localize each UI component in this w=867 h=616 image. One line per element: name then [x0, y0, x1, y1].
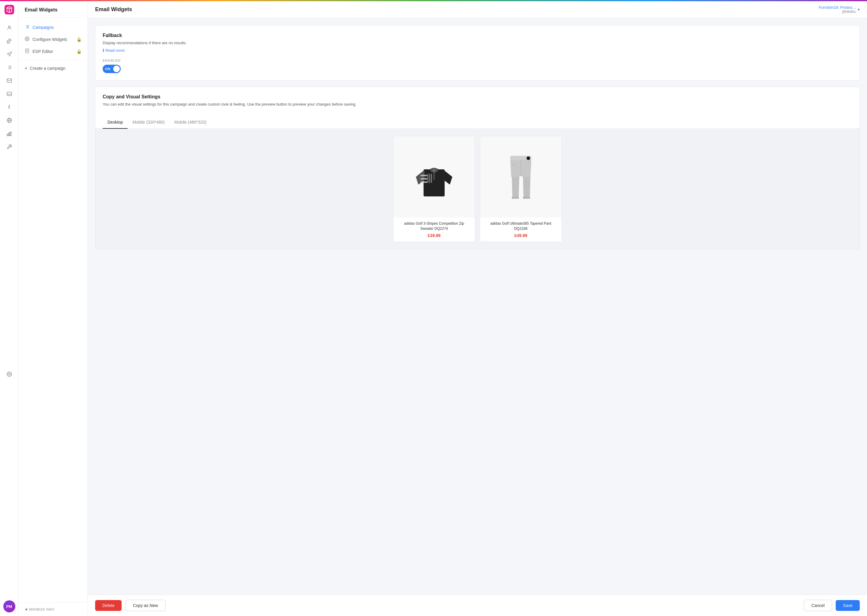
svg-rect-34 — [429, 174, 430, 183]
visual-settings-card: Copy and Visual Settings You can edit th… — [95, 86, 860, 249]
product-card-2: adidas Golf Ultimate365 Tapered Pant DQ2… — [480, 136, 562, 242]
svg-rect-31 — [421, 178, 427, 179]
cancel-button[interactable]: Cancel — [804, 600, 832, 611]
fallback-description: Display recommendations if there are no … — [102, 41, 852, 45]
save-button[interactable]: Save — [836, 600, 860, 611]
sidebar-title: Email Widgets — [19, 1, 88, 18]
toggle-on-label: ON — [105, 67, 110, 71]
svg-rect-33 — [427, 174, 429, 183]
read-more-label: Read more — [106, 48, 125, 53]
svg-point-37 — [433, 169, 435, 171]
svg-point-2 — [8, 26, 10, 28]
nav-wrench-icon[interactable] — [3, 141, 15, 153]
fallback-card-body: Fallback Display recommendations if ther… — [95, 25, 859, 80]
nav-megaphone-icon[interactable] — [3, 48, 15, 60]
sidebar-item-esp-editor[interactable]: ESP Editor 🔒 — [19, 46, 88, 57]
product-name-2: adidas Golf Ultimate365 Tapered Pant DQ2… — [484, 221, 558, 231]
svg-rect-35 — [431, 174, 432, 183]
svg-rect-9 — [7, 79, 11, 82]
user-avatar[interactable]: PM — [3, 600, 15, 612]
app-logo[interactable] — [5, 5, 14, 16]
topbar-user-info: Function18: Produc... j8hfb8hx — [818, 5, 856, 14]
topbar-user[interactable]: Function18: Produc... j8hfb8hx ▾ — [818, 5, 860, 14]
product-price-2: £49.99 — [484, 233, 558, 238]
bottom-bar-right: Cancel Save — [804, 600, 860, 611]
esp-editor-icon — [25, 49, 30, 55]
preview-area: adidas Golf 3-Stripes Competition Zip Sw… — [95, 129, 859, 249]
svg-rect-41 — [523, 196, 530, 199]
configure-widgets-icon — [25, 36, 30, 42]
svg-rect-16 — [10, 132, 11, 136]
nav-list-icon[interactable] — [3, 61, 15, 73]
product-image-container-2 — [480, 136, 561, 217]
toggle-knob — [113, 66, 120, 72]
svg-rect-30 — [421, 175, 427, 176]
nav-person-icon[interactable] — [3, 22, 15, 34]
gradient-top-bar — [0, 0, 867, 1]
info-icon: ℹ — [102, 48, 104, 53]
svg-rect-15 — [8, 133, 9, 136]
sidebar-footer: ◀ MINIMIZE NAVI — [19, 602, 88, 616]
sidebar: Email Widgets Campaigns Configure Widget… — [19, 1, 88, 616]
sidebar-item-configure-widgets[interactable]: Configure Widgets 🔒 — [19, 33, 88, 46]
topbar-user-id: j8hfb8hx — [818, 9, 856, 14]
content-area: Fallback Display recommendations if ther… — [88, 18, 867, 595]
product-info-2: adidas Golf Ultimate365 Tapered Pant DQ2… — [480, 217, 561, 242]
sidebar-item-campaigns[interactable]: Campaigns — [19, 21, 88, 33]
product-card-1: adidas Golf 3-Stripes Competition Zip Sw… — [393, 136, 475, 242]
nav-facebook-icon[interactable]: f — [3, 101, 15, 113]
svg-point-17 — [8, 374, 10, 375]
svg-rect-40 — [512, 196, 519, 199]
minimize-btn[interactable]: ◀ MINIMIZE NAVI — [25, 607, 82, 611]
preview-tabs: Desktop Mobile (320*480) Mobile (480*320… — [95, 116, 859, 129]
chevron-left-icon: ◀ — [25, 607, 27, 611]
minimize-label: MINIMIZE NAVI — [29, 608, 55, 611]
bottom-bar: Delete Copy as New Cancel Save — [88, 595, 867, 616]
nav-thumb-icon[interactable] — [3, 35, 15, 47]
enabled-label: ENABLED — [102, 59, 852, 62]
products-grid: adidas Golf 3-Stripes Competition Zip Sw… — [393, 136, 562, 242]
read-more-link[interactable]: ℹ Read more — [102, 48, 125, 53]
enabled-toggle[interactable]: ON — [102, 64, 121, 73]
nav-globe-icon[interactable] — [3, 114, 15, 126]
copy-as-new-button[interactable]: Copy as New — [125, 600, 165, 611]
topbar-chevron-down-icon: ▾ — [858, 7, 860, 12]
fallback-title: Fallback — [102, 33, 852, 38]
main-content: Email Widgets Function18: Produc... j8hf… — [88, 1, 867, 616]
product-price-1: £39.99 — [397, 233, 471, 238]
plus-icon: + — [25, 66, 27, 71]
sweater-image — [413, 151, 455, 203]
campaigns-label: Campaigns — [33, 25, 54, 30]
fallback-card: Fallback Display recommendations if ther… — [95, 25, 860, 81]
configure-widgets-label: Configure Widgets — [33, 37, 67, 42]
create-campaign-label: Create a campaign — [30, 66, 65, 71]
product-name-1: adidas Golf 3-Stripes Competition Zip Sw… — [397, 221, 471, 231]
visual-settings-description: You can edit the visual settings for thi… — [102, 102, 852, 107]
svg-rect-14 — [7, 134, 8, 136]
visual-settings-title: Copy and Visual Settings — [102, 94, 852, 99]
nav-inbox-icon[interactable] — [3, 88, 15, 100]
nav-settings-icon[interactable] — [3, 368, 15, 380]
topbar-user-name: Function18: Produc... — [818, 5, 856, 9]
campaigns-icon — [25, 24, 30, 30]
esp-editor-lock-icon: 🔒 — [76, 49, 82, 54]
product-info-1: adidas Golf 3-Stripes Competition Zip Sw… — [394, 217, 475, 242]
nav-envelope-icon[interactable] — [3, 75, 15, 86]
visual-settings-header: Copy and Visual Settings You can edit th… — [95, 87, 859, 116]
esp-editor-label: ESP Editor — [33, 49, 53, 54]
configure-widgets-lock-icon: 🔒 — [76, 37, 82, 42]
icon-nav: f PM — [0, 1, 19, 616]
tab-mobile-320-480[interactable]: Mobile (320*480) — [128, 116, 169, 129]
tab-mobile-480-320[interactable]: Mobile (480*320) — [169, 116, 211, 129]
sidebar-menu: Campaigns Configure Widgets 🔒 ESP Editor… — [19, 18, 88, 602]
create-campaign-btn[interactable]: + Create a campaign — [19, 63, 88, 74]
toggle-container: ON — [102, 64, 852, 73]
svg-point-24 — [27, 38, 28, 39]
svg-point-39 — [527, 156, 530, 160]
pants-image — [506, 150, 536, 204]
delete-button[interactable]: Delete — [95, 600, 121, 611]
product-image-container-1 — [394, 136, 475, 217]
topbar-title: Email Widgets — [95, 6, 132, 13]
tab-desktop[interactable]: Desktop — [102, 116, 128, 129]
nav-chart-icon[interactable] — [3, 127, 15, 140]
